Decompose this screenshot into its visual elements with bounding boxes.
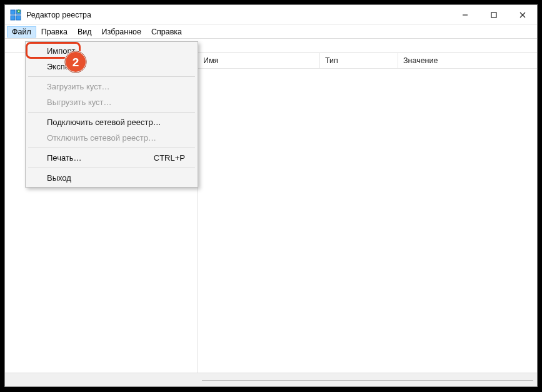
- menu-item-file[interactable]: Файл: [7, 26, 36, 38]
- menu-item-help[interactable]: Справка: [146, 26, 187, 38]
- statusbar: [5, 373, 537, 386]
- registry-values-pane[interactable]: Имя Тип Значение: [198, 53, 537, 373]
- file-menu-export-label: Экспорт…: [47, 62, 86, 71]
- column-header-type[interactable]: Тип: [320, 53, 398, 68]
- file-menu-print-shortcut: CTRL+P: [154, 153, 185, 163]
- file-menu-export[interactable]: Экспорт…: [27, 59, 196, 74]
- menu-item-view[interactable]: Вид: [73, 26, 97, 38]
- menu-separator: [28, 148, 195, 148]
- close-button[interactable]: [508, 5, 537, 24]
- file-menu-connect-network[interactable]: Подключить сетевой реестр…: [27, 114, 196, 130]
- file-menu-import-label: Импорт…: [47, 46, 83, 56]
- window-controls: [451, 5, 537, 24]
- file-menu-exit-label: Выход: [47, 173, 71, 183]
- file-menu-print-label: Печать…: [47, 153, 82, 163]
- file-menu-unload-hive: Выгрузить куст…: [27, 94, 196, 110]
- file-menu-unload-hive-label: Выгрузить куст…: [47, 98, 112, 107]
- titlebar: Редактор реестра: [5, 5, 537, 25]
- menubar: Файл Правка Вид Избранное Справка: [5, 25, 537, 38]
- column-header-name[interactable]: Имя: [198, 53, 320, 68]
- file-menu-load-hive: Загрузить куст…: [27, 79, 196, 94]
- file-menu-load-hive-label: Загрузить куст…: [47, 82, 110, 91]
- regedit-icon: [10, 9, 21, 21]
- file-menu-exit[interactable]: Выход: [27, 170, 196, 186]
- registry-editor-window: Редактор реестра Файл Правка Вид Избранн…: [4, 4, 538, 387]
- file-menu-dropdown: Импорт… Экспорт… Загрузить куст… Выгрузи…: [25, 41, 198, 188]
- svg-rect-5: [18, 11, 19, 12]
- column-header-value[interactable]: Значение: [398, 53, 537, 68]
- window-title: Редактор реестра: [26, 11, 451, 19]
- svg-rect-7: [491, 13, 496, 18]
- maximize-button[interactable]: [479, 5, 508, 24]
- file-menu-disconnect-network: Отключить сетевой реестр…: [27, 130, 196, 146]
- svg-rect-0: [11, 10, 15, 14]
- menu-separator: [28, 76, 195, 77]
- svg-rect-2: [11, 16, 15, 20]
- svg-rect-3: [16, 16, 21, 20]
- minimize-button[interactable]: [451, 5, 479, 24]
- menu-separator: [28, 112, 195, 113]
- menu-item-favorites[interactable]: Избранное: [97, 26, 146, 38]
- menu-item-edit[interactable]: Правка: [36, 26, 73, 38]
- file-menu-print[interactable]: Печать… CTRL+P: [27, 150, 196, 166]
- file-menu-import[interactable]: Импорт…: [27, 43, 196, 59]
- menu-separator: [28, 168, 195, 168]
- file-menu-connect-network-label: Подключить сетевой реестр…: [47, 118, 161, 127]
- file-menu-disconnect-network-label: Отключить сетевой реестр…: [47, 133, 156, 143]
- status-divider: [202, 380, 533, 381]
- list-header: Имя Тип Значение: [198, 53, 537, 69]
